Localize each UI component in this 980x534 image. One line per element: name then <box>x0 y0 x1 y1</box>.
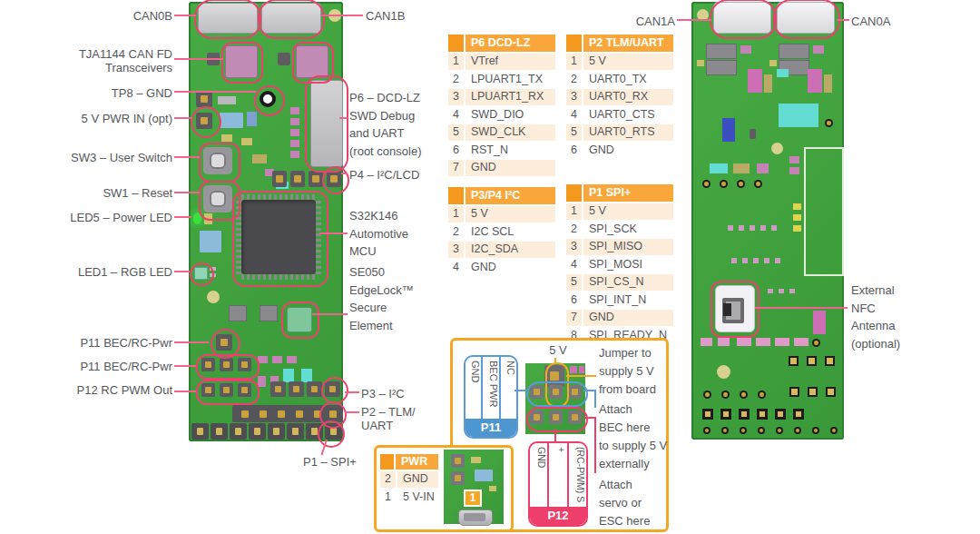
small-ic <box>229 305 247 321</box>
pin-signal: UART0_CTS <box>583 107 673 124</box>
p12-pin-columns: GND+(RC-PWM) S <box>530 443 586 507</box>
solder-pad <box>825 356 835 366</box>
pin-signal: SWD_CLK <box>466 124 555 141</box>
smd-pad <box>290 129 299 136</box>
p1-header-pin <box>287 423 304 440</box>
pin-number: 5 <box>566 124 582 141</box>
leader-line <box>312 313 348 315</box>
pin-contact <box>296 410 303 418</box>
smd-pad <box>258 376 266 387</box>
smd-pad <box>794 338 808 346</box>
callout-p12-row <box>196 380 260 405</box>
smd-pad <box>570 366 577 373</box>
label-se050: SE050 EdgeLock™ Secure Element <box>349 263 431 334</box>
pin-number: 1 <box>448 206 464 222</box>
smd-capacitor <box>710 163 728 173</box>
solder-pad <box>807 356 817 366</box>
p11-pin-columns: GNDBEC PWRNC <box>466 357 516 419</box>
table-row: 5SWD_CLK <box>448 124 555 141</box>
leader-line <box>339 117 348 119</box>
right-pcb-photo <box>691 2 844 440</box>
smd-capacitor <box>489 486 496 491</box>
p11-connector-line <box>514 390 526 391</box>
table-row: 15 V <box>448 206 555 222</box>
leader-line <box>755 307 848 309</box>
callout-p11-row <box>196 354 260 380</box>
pin-number: 3 <box>448 242 464 258</box>
smd-capacitor <box>824 74 832 93</box>
p4-pin <box>290 171 305 187</box>
label-p11-row: P11 BEC/RC-Pwr <box>80 358 172 376</box>
smd-capacitor <box>757 163 769 173</box>
p12-pin-label-box: GND+(RC-PWM) S P12 <box>528 441 588 527</box>
p12-footer: P12 <box>530 507 586 525</box>
jumper-leader-line <box>566 375 596 377</box>
through-hole-pad <box>720 180 728 188</box>
table-row: 15 V <box>566 203 673 220</box>
smd-pad <box>728 225 780 231</box>
through-hole-pad <box>740 427 747 434</box>
pin-number: 2 <box>448 224 464 241</box>
header-corner <box>566 184 582 202</box>
leader-line <box>837 19 849 21</box>
pin-signal: 5 V-IN <box>397 490 438 506</box>
leader-line <box>174 58 223 60</box>
table-header: P6 DCD-LZ <box>448 35 555 52</box>
pin-signal: RST_N <box>466 143 555 159</box>
pin-number: 7 <box>448 160 464 176</box>
leader-line <box>677 19 711 21</box>
smd-pad <box>793 214 801 221</box>
pin-number: 2 <box>566 222 582 238</box>
pin-signal: SPI_MOSI <box>583 257 673 273</box>
label-can1b: CAN1B <box>366 7 405 25</box>
pin-number: 1 <box>448 54 464 70</box>
smd-pad <box>793 225 801 232</box>
choke <box>706 44 737 59</box>
callout-can0b <box>194 0 261 39</box>
smd-pad <box>793 203 801 210</box>
table-row: 4SPI_MOSI <box>566 257 673 273</box>
pin-signal: I2C_SDA <box>466 242 555 258</box>
table-row: 4UART0_CTS <box>566 107 673 124</box>
pin-signal: GND <box>397 471 438 488</box>
leader-line <box>174 271 190 272</box>
header-corner <box>566 35 582 52</box>
table-title: P1 SPI+ <box>583 184 673 202</box>
table-body: 15 V2UART0_TX3UART0_RX4UART0_CTS5UART0_R… <box>566 54 673 158</box>
pin-signal: GND <box>466 160 555 176</box>
solder-pad <box>793 409 804 420</box>
label-sw3: SW3 – User Switch <box>71 149 172 167</box>
table-row: 4SWD_DIO <box>448 107 555 124</box>
smd-capacitor <box>808 69 822 93</box>
p4-pin <box>309 171 323 187</box>
callout-p11-pin-row <box>526 381 588 407</box>
table-row: 7GND <box>448 160 555 176</box>
pin-contact <box>241 410 249 418</box>
smd-pad <box>290 118 299 125</box>
label-p2: P2 – TLM/ UART <box>361 405 416 433</box>
pwr-pin <box>451 454 465 468</box>
smd-pad <box>579 366 584 373</box>
table-row: 4GND <box>448 260 555 276</box>
smd-capacitor <box>247 112 257 126</box>
p3-p4-pinout-table: P3/P4 I²C 15 V2I2C SCL3I2C_SDA4GND <box>448 187 555 277</box>
leader-line <box>174 216 191 218</box>
callout-p6 <box>305 75 348 173</box>
pin-signal: SPI_CS_N <box>583 274 673 291</box>
callout-sw3 <box>199 143 240 183</box>
solder-pad <box>757 409 768 420</box>
test-point <box>750 129 756 139</box>
pin-signal: 5 V <box>583 54 673 70</box>
smd-component <box>722 118 735 142</box>
table-body: 2GND15 V-IN <box>380 471 438 505</box>
table-title: P3/P4 I²C <box>466 187 555 204</box>
label-tja1144: TJA1144 CAN FD Transceivers <box>79 47 172 75</box>
micro-usb-opening <box>464 513 485 521</box>
pin-signal: GND <box>583 310 673 326</box>
transistor <box>278 53 290 65</box>
label-p11-jumper: P11 BEC/RC-Pwr <box>80 334 172 352</box>
smd-pad <box>731 258 784 263</box>
callout-can0a <box>773 0 840 39</box>
table-row: 6SPI_INT_N <box>566 292 673 309</box>
pin-number: 4 <box>566 257 582 273</box>
